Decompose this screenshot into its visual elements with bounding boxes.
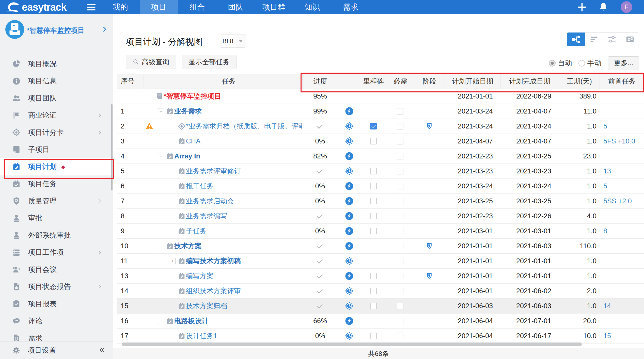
predecessor-link[interactable]: 14 [603,302,611,310]
sidebar-item-10[interactable]: 审批 [0,210,113,227]
predecessor-link[interactable]: 5SS +2.0 [603,197,632,205]
column-header-7[interactable]: 必需 [386,74,414,89]
column-header-9[interactable]: 计划开始日期 [445,74,500,89]
table-row[interactable]: 5业务需求评审修订2021-03-232021-03-231.013 [117,164,644,179]
required-checkbox[interactable] [397,153,403,159]
milestone-checkbox[interactable] [370,303,377,309]
view-button-4[interactable] [621,32,639,46]
collapse-node-icon[interactable]: − [158,153,164,159]
task-name-link[interactable]: 业务需求 [174,107,202,116]
milestone-checkbox[interactable] [370,123,377,129]
sidebar-item-2[interactable]: 项目信息 [0,73,113,90]
expand-node-icon[interactable]: + [170,258,176,264]
column-header-5[interactable] [338,74,361,89]
horizontal-scrollbar-thumb[interactable] [122,342,582,346]
table-row[interactable]: 8业务需求编写2021-02-232021-02-264.0 [117,209,644,224]
sidebar-item-7[interactable]: 项目计划◆ [0,158,113,175]
table-row[interactable]: 16−电路板设计66%2021-06-042021-07-0120.0 [117,314,644,329]
task-name-link[interactable]: 电路板设计 [174,316,209,325]
column-header-10[interactable]: 计划完成日期 [500,74,559,89]
chevron-right-icon[interactable] [101,27,106,32]
task-name-link[interactable]: 子任务 [186,226,207,236]
table-row[interactable]: 9子任务0%2021-03-012021-03-011.08 [117,224,644,239]
sidebar-item-5[interactable]: 项目计分卡 [0,124,113,141]
column-header-12[interactable]: 前置任务 [600,74,644,89]
milestone-checkbox[interactable] [370,213,377,219]
table-row[interactable]: 13编写方案2021-01-012021-01-011.0 [117,269,644,284]
advanced-query-button[interactable]: 高级查询 [126,55,176,69]
task-name-link[interactable]: *业务需求归档（纸质版、电子版、评审会议 [186,122,302,131]
column-header-2[interactable] [144,74,155,89]
collapse-node-icon[interactable]: − [158,243,164,249]
task-name-link[interactable]: CHA [186,137,200,145]
task-name-link[interactable]: 组织技术方案评审 [186,286,241,296]
required-checkbox[interactable] [397,123,403,129]
notification-bell-icon[interactable] [598,2,608,12]
collapse-sidebar-icon[interactable]: « [99,345,104,354]
sidebar-item-17[interactable]: 需求 [0,330,113,341]
sidebar-item-settings[interactable]: 项目设置 « [0,341,113,359]
milestone-checkbox[interactable] [370,138,377,144]
required-checkbox[interactable] [397,198,403,204]
table-row[interactable]: 1−业务需求99%2021-03-242021-04-0711.0 [117,104,644,119]
task-name-link[interactable]: 报工任务 [186,182,213,191]
view-button-2[interactable] [585,32,603,46]
table-row[interactable]: 11+编写技术方案初稿2021-01-012021-01-011.0 [117,254,644,269]
sidebar-item-12[interactable]: 项目工作项 [0,244,113,261]
more-button[interactable]: 更多... [608,56,639,70]
column-header-4[interactable]: 进度 [302,74,338,89]
tab-7[interactable]: 需求 [332,0,370,14]
column-header-8[interactable]: 阶段 [414,74,445,89]
table-row[interactable]: 7业务需求启动会0%2021-03-252021-03-251.05SS +2.… [117,194,644,209]
baseline-select[interactable]: BL8 [220,35,246,48]
show-all-tasks-button[interactable]: 显示全部任务 [182,55,237,69]
table-row[interactable]: 4−Array In82%2021-02-232021-03-2523.0 [117,149,644,164]
view-button-1[interactable] [567,32,585,46]
tab-5[interactable]: 项目群 [255,0,293,14]
task-name-link[interactable]: 技术方案 [174,241,202,251]
sidebar-item-6[interactable]: 子项目 [0,141,113,158]
required-checkbox[interactable] [397,273,403,279]
task-name-link[interactable]: 业务需求评审修订 [186,167,241,176]
predecessor-link[interactable]: 5FS +10.0 [603,137,635,145]
table-row[interactable]: 15技术方案归档2021-06-032021-06-031.014 [117,299,644,314]
menu-hamburger-icon[interactable] [87,4,96,10]
task-name-link[interactable]: 业务需求启动会 [186,197,234,206]
column-header-3[interactable]: 任务 [155,74,302,89]
collapse-node-icon[interactable]: − [158,108,164,114]
predecessor-link[interactable]: 5 [603,182,607,190]
manual-radio[interactable] [578,60,585,67]
tab-6[interactable]: 知识 [293,0,332,14]
predecessor-link[interactable]: 15 [603,332,611,340]
table-row[interactable]: *智慧停车监控项目95%2021-01-012022-06-29389.0 [117,89,644,104]
milestone-checkbox[interactable] [370,288,377,294]
sidebar-item-15[interactable]: 项目报表 [0,295,113,313]
sidebar-item-11[interactable]: 外部系统审批 [0,227,113,244]
sidebar-item-4[interactable]: 商业论证 [0,107,113,124]
table-row[interactable]: 10−技术方案2021-01-012021-06-03110.0 [117,239,644,254]
table-row[interactable]: 17设计任务10%2021-06-042021-06-1710.015 [117,329,644,344]
sidebar-item-13[interactable]: 项目会议 [0,261,113,278]
task-name-link[interactable]: Array In [174,152,200,160]
milestone-checkbox[interactable] [370,183,377,189]
tab-3[interactable]: 组合 [178,0,216,14]
predecessor-link[interactable]: 8 [603,227,607,235]
required-checkbox[interactable] [397,108,403,115]
milestone-checkbox[interactable] [370,198,377,204]
required-checkbox[interactable] [397,303,403,309]
required-checkbox[interactable] [397,168,403,174]
task-name-link[interactable]: 设计任务1 [186,331,217,340]
manual-radio-label[interactable]: 手动 [587,58,601,68]
task-name-link[interactable]: 编写方案 [186,271,213,281]
column-header-6[interactable]: 里程碑 [361,74,386,89]
auto-radio[interactable] [549,60,556,67]
view-button-3[interactable] [603,32,621,46]
sidebar-item-16[interactable]: 评论 [0,313,113,330]
task-name-link[interactable]: 编写技术方案初稿 [186,256,241,266]
milestone-checkbox[interactable] [370,273,377,279]
required-checkbox[interactable] [397,243,403,249]
tab-4[interactable]: 团队 [216,0,255,14]
required-checkbox[interactable] [397,333,403,339]
table-row[interactable]: 14组织技术方案评审2021-06-012021-06-022.0 [117,284,644,299]
milestone-checkbox[interactable] [370,168,377,174]
